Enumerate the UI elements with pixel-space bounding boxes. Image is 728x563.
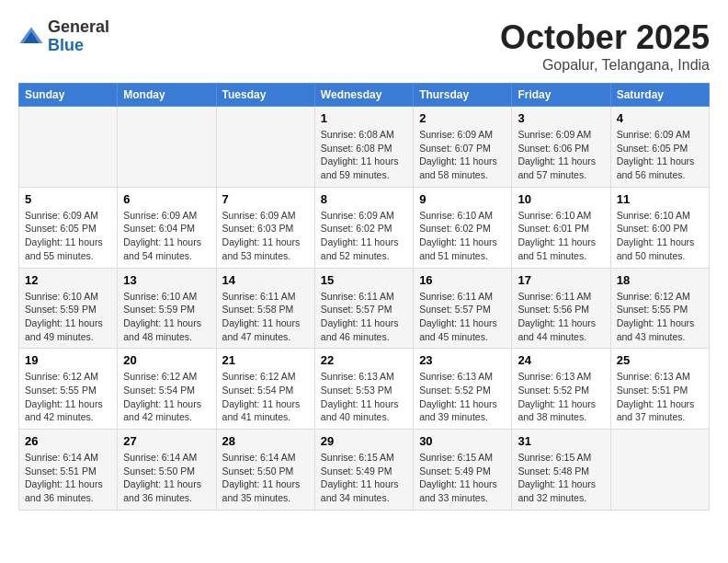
- calendar-cell: 29Sunrise: 6:15 AMSunset: 5:49 PMDayligh…: [314, 430, 413, 511]
- calendar-cell: [19, 107, 118, 188]
- calendar-header-wednesday: Wednesday: [314, 84, 413, 107]
- day-info: Sunrise: 6:11 AMSunset: 5:56 PMDaylight:…: [518, 290, 604, 344]
- day-info: Sunrise: 6:15 AMSunset: 5:48 PMDaylight:…: [518, 451, 604, 505]
- calendar-week-row: 26Sunrise: 6:14 AMSunset: 5:51 PMDayligh…: [19, 430, 710, 511]
- calendar-header-thursday: Thursday: [414, 84, 512, 107]
- day-number: 26: [25, 434, 111, 448]
- day-number: 2: [419, 111, 506, 125]
- calendar-cell: 24Sunrise: 6:13 AMSunset: 5:52 PMDayligh…: [512, 349, 610, 430]
- day-number: 21: [222, 353, 309, 367]
- day-number: 3: [518, 111, 604, 125]
- day-info: Sunrise: 6:13 AMSunset: 5:53 PMDaylight:…: [321, 370, 407, 424]
- day-info: Sunrise: 6:15 AMSunset: 5:49 PMDaylight:…: [321, 451, 407, 505]
- calendar-header-tuesday: Tuesday: [216, 84, 314, 107]
- day-number: 17: [518, 273, 604, 287]
- day-info: Sunrise: 6:11 AMSunset: 5:57 PMDaylight:…: [321, 290, 407, 344]
- day-info: Sunrise: 6:09 AMSunset: 6:02 PMDaylight:…: [321, 209, 407, 263]
- calendar-header-sunday: Sunday: [19, 84, 118, 107]
- day-number: 15: [321, 273, 407, 287]
- day-number: 12: [25, 273, 111, 287]
- day-number: 9: [419, 192, 506, 206]
- day-number: 5: [25, 192, 111, 206]
- calendar-cell: 11Sunrise: 6:10 AMSunset: 6:00 PMDayligh…: [610, 187, 709, 268]
- calendar-cell: 23Sunrise: 6:13 AMSunset: 5:52 PMDayligh…: [414, 349, 512, 430]
- generalblue-logo-icon: [18, 24, 44, 50]
- day-info: Sunrise: 6:12 AMSunset: 5:55 PMDaylight:…: [25, 370, 111, 424]
- day-info: Sunrise: 6:11 AMSunset: 5:57 PMDaylight:…: [419, 290, 506, 344]
- calendar-cell: [216, 107, 314, 188]
- calendar-cell: 17Sunrise: 6:11 AMSunset: 5:56 PMDayligh…: [512, 268, 610, 349]
- calendar-week-row: 19Sunrise: 6:12 AMSunset: 5:55 PMDayligh…: [19, 349, 710, 430]
- calendar-cell: 26Sunrise: 6:14 AMSunset: 5:51 PMDayligh…: [19, 430, 118, 511]
- day-info: Sunrise: 6:09 AMSunset: 6:06 PMDaylight:…: [518, 128, 604, 182]
- calendar-cell: 30Sunrise: 6:15 AMSunset: 5:49 PMDayligh…: [414, 430, 512, 511]
- day-number: 14: [222, 273, 309, 287]
- calendar-cell: 16Sunrise: 6:11 AMSunset: 5:57 PMDayligh…: [414, 268, 512, 349]
- day-number: 18: [617, 273, 703, 287]
- day-number: 10: [518, 192, 604, 206]
- calendar-cell: 18Sunrise: 6:12 AMSunset: 5:55 PMDayligh…: [610, 268, 709, 349]
- day-number: 22: [321, 353, 407, 367]
- day-info: Sunrise: 6:15 AMSunset: 5:49 PMDaylight:…: [419, 451, 506, 505]
- day-number: 4: [617, 111, 703, 125]
- day-info: Sunrise: 6:13 AMSunset: 5:51 PMDaylight:…: [617, 370, 703, 424]
- day-number: 19: [25, 353, 111, 367]
- day-number: 1: [321, 111, 407, 125]
- day-info: Sunrise: 6:11 AMSunset: 5:58 PMDaylight:…: [222, 290, 309, 344]
- day-info: Sunrise: 6:14 AMSunset: 5:51 PMDaylight:…: [25, 451, 111, 505]
- day-info: Sunrise: 6:09 AMSunset: 6:04 PMDaylight:…: [123, 209, 210, 263]
- calendar-cell: 27Sunrise: 6:14 AMSunset: 5:50 PMDayligh…: [118, 430, 216, 511]
- calendar-cell: 5Sunrise: 6:09 AMSunset: 6:05 PMDaylight…: [19, 187, 118, 268]
- day-number: 28: [222, 434, 309, 448]
- day-info: Sunrise: 6:12 AMSunset: 5:54 PMDaylight:…: [123, 370, 210, 424]
- day-info: Sunrise: 6:08 AMSunset: 6:08 PMDaylight:…: [321, 128, 407, 182]
- calendar-cell: 8Sunrise: 6:09 AMSunset: 6:02 PMDaylight…: [314, 187, 413, 268]
- day-number: 7: [222, 192, 309, 206]
- day-number: 31: [518, 434, 604, 448]
- day-number: 8: [321, 192, 407, 206]
- day-info: Sunrise: 6:12 AMSunset: 5:55 PMDaylight:…: [617, 290, 703, 344]
- day-info: Sunrise: 6:09 AMSunset: 6:03 PMDaylight:…: [222, 209, 309, 263]
- location-subtitle: Gopalur, Telangana, India: [500, 57, 710, 74]
- day-info: Sunrise: 6:09 AMSunset: 6:05 PMDaylight:…: [617, 128, 703, 182]
- calendar-cell: 20Sunrise: 6:12 AMSunset: 5:54 PMDayligh…: [118, 349, 216, 430]
- calendar-cell: 31Sunrise: 6:15 AMSunset: 5:48 PMDayligh…: [512, 430, 610, 511]
- day-number: 30: [419, 434, 506, 448]
- calendar-table: SundayMondayTuesdayWednesdayThursdayFrid…: [18, 83, 710, 511]
- day-info: Sunrise: 6:10 AMSunset: 5:59 PMDaylight:…: [123, 290, 210, 344]
- calendar-cell: 22Sunrise: 6:13 AMSunset: 5:53 PMDayligh…: [314, 349, 413, 430]
- calendar-cell: 25Sunrise: 6:13 AMSunset: 5:51 PMDayligh…: [610, 349, 709, 430]
- calendar-week-row: 12Sunrise: 6:10 AMSunset: 5:59 PMDayligh…: [19, 268, 710, 349]
- day-info: Sunrise: 6:14 AMSunset: 5:50 PMDaylight:…: [123, 451, 210, 505]
- day-number: 24: [518, 353, 604, 367]
- calendar-cell: 12Sunrise: 6:10 AMSunset: 5:59 PMDayligh…: [19, 268, 118, 349]
- day-number: 29: [321, 434, 407, 448]
- calendar-cell: 4Sunrise: 6:09 AMSunset: 6:05 PMDaylight…: [610, 107, 709, 188]
- day-info: Sunrise: 6:12 AMSunset: 5:54 PMDaylight:…: [222, 370, 309, 424]
- header: General Blue October 2025 Gopalur, Telan…: [18, 18, 710, 74]
- day-number: 11: [617, 192, 703, 206]
- calendar-header-monday: Monday: [118, 84, 216, 107]
- calendar-header-friday: Friday: [512, 84, 610, 107]
- day-info: Sunrise: 6:10 AMSunset: 6:02 PMDaylight:…: [419, 209, 506, 263]
- day-number: 25: [617, 353, 703, 367]
- calendar-cell: 10Sunrise: 6:10 AMSunset: 6:01 PMDayligh…: [512, 187, 610, 268]
- calendar-cell: 28Sunrise: 6:14 AMSunset: 5:50 PMDayligh…: [216, 430, 314, 511]
- calendar-week-row: 1Sunrise: 6:08 AMSunset: 6:08 PMDaylight…: [19, 107, 710, 188]
- calendar-cell: 13Sunrise: 6:10 AMSunset: 5:59 PMDayligh…: [118, 268, 216, 349]
- calendar-cell: 7Sunrise: 6:09 AMSunset: 6:03 PMDaylight…: [216, 187, 314, 268]
- day-info: Sunrise: 6:13 AMSunset: 5:52 PMDaylight:…: [518, 370, 604, 424]
- day-info: Sunrise: 6:10 AMSunset: 6:01 PMDaylight:…: [518, 209, 604, 263]
- calendar-cell: 2Sunrise: 6:09 AMSunset: 6:07 PMDaylight…: [414, 107, 512, 188]
- day-number: 6: [123, 192, 210, 206]
- calendar-cell: 14Sunrise: 6:11 AMSunset: 5:58 PMDayligh…: [216, 268, 314, 349]
- day-info: Sunrise: 6:09 AMSunset: 6:07 PMDaylight:…: [419, 128, 506, 182]
- calendar-cell: 1Sunrise: 6:08 AMSunset: 6:08 PMDaylight…: [314, 107, 413, 188]
- day-number: 27: [123, 434, 210, 448]
- day-info: Sunrise: 6:09 AMSunset: 6:05 PMDaylight:…: [25, 209, 111, 263]
- day-number: 13: [123, 273, 210, 287]
- calendar-week-row: 5Sunrise: 6:09 AMSunset: 6:05 PMDaylight…: [19, 187, 710, 268]
- day-info: Sunrise: 6:10 AMSunset: 5:59 PMDaylight:…: [25, 290, 111, 344]
- calendar-cell: 9Sunrise: 6:10 AMSunset: 6:02 PMDaylight…: [414, 187, 512, 268]
- calendar-cell: 3Sunrise: 6:09 AMSunset: 6:06 PMDaylight…: [512, 107, 610, 188]
